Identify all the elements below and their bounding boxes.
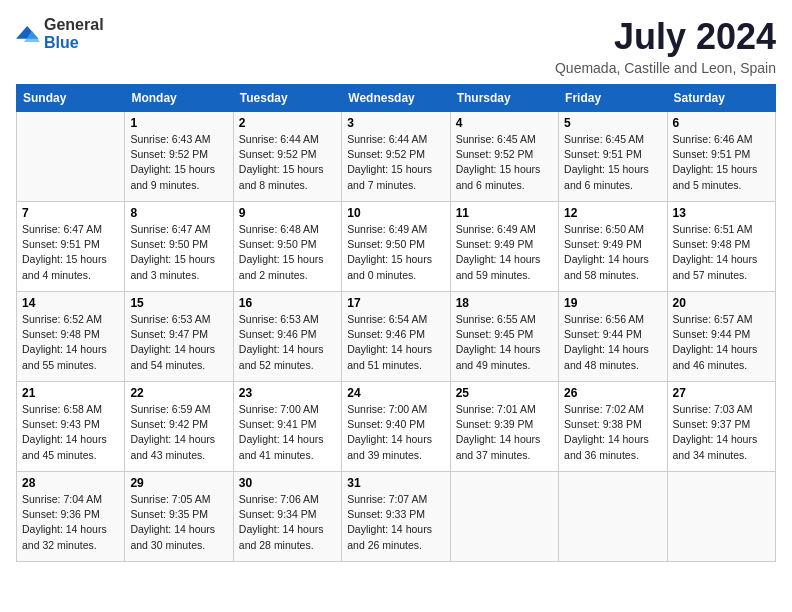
day-cell: 29Sunrise: 7:05 AMSunset: 9:35 PMDayligh… — [125, 472, 233, 562]
day-cell: 13Sunrise: 6:51 AMSunset: 9:48 PMDayligh… — [667, 202, 775, 292]
day-cell: 2Sunrise: 6:44 AMSunset: 9:52 PMDaylight… — [233, 112, 341, 202]
day-number: 11 — [456, 206, 553, 220]
day-cell: 9Sunrise: 6:48 AMSunset: 9:50 PMDaylight… — [233, 202, 341, 292]
day-cell: 11Sunrise: 6:49 AMSunset: 9:49 PMDayligh… — [450, 202, 558, 292]
day-cell: 18Sunrise: 6:55 AMSunset: 9:45 PMDayligh… — [450, 292, 558, 382]
day-info: Sunrise: 6:59 AMSunset: 9:42 PMDaylight:… — [130, 402, 227, 463]
day-cell: 22Sunrise: 6:59 AMSunset: 9:42 PMDayligh… — [125, 382, 233, 472]
title-area: July 2024 Quemada, Castille and Leon, Sp… — [555, 16, 776, 76]
day-cell: 4Sunrise: 6:45 AMSunset: 9:52 PMDaylight… — [450, 112, 558, 202]
day-number: 23 — [239, 386, 336, 400]
day-info: Sunrise: 6:44 AMSunset: 9:52 PMDaylight:… — [239, 132, 336, 193]
day-number: 8 — [130, 206, 227, 220]
day-cell — [17, 112, 125, 202]
day-info: Sunrise: 6:57 AMSunset: 9:44 PMDaylight:… — [673, 312, 770, 373]
day-info: Sunrise: 7:06 AMSunset: 9:34 PMDaylight:… — [239, 492, 336, 553]
day-number: 20 — [673, 296, 770, 310]
header-friday: Friday — [559, 85, 667, 112]
day-info: Sunrise: 6:53 AMSunset: 9:47 PMDaylight:… — [130, 312, 227, 373]
day-cell: 6Sunrise: 6:46 AMSunset: 9:51 PMDaylight… — [667, 112, 775, 202]
day-info: Sunrise: 6:46 AMSunset: 9:51 PMDaylight:… — [673, 132, 770, 193]
day-number: 21 — [22, 386, 119, 400]
header-saturday: Saturday — [667, 85, 775, 112]
day-cell: 7Sunrise: 6:47 AMSunset: 9:51 PMDaylight… — [17, 202, 125, 292]
header-monday: Monday — [125, 85, 233, 112]
day-cell: 16Sunrise: 6:53 AMSunset: 9:46 PMDayligh… — [233, 292, 341, 382]
week-row-1: 1Sunrise: 6:43 AMSunset: 9:52 PMDaylight… — [17, 112, 776, 202]
location-subtitle: Quemada, Castille and Leon, Spain — [555, 60, 776, 76]
day-info: Sunrise: 6:49 AMSunset: 9:49 PMDaylight:… — [456, 222, 553, 283]
day-cell: 1Sunrise: 6:43 AMSunset: 9:52 PMDaylight… — [125, 112, 233, 202]
day-number: 10 — [347, 206, 444, 220]
day-info: Sunrise: 6:45 AMSunset: 9:51 PMDaylight:… — [564, 132, 661, 193]
day-number: 16 — [239, 296, 336, 310]
day-number: 1 — [130, 116, 227, 130]
day-info: Sunrise: 7:03 AMSunset: 9:37 PMDaylight:… — [673, 402, 770, 463]
day-info: Sunrise: 7:01 AMSunset: 9:39 PMDaylight:… — [456, 402, 553, 463]
day-info: Sunrise: 7:00 AMSunset: 9:41 PMDaylight:… — [239, 402, 336, 463]
day-info: Sunrise: 7:02 AMSunset: 9:38 PMDaylight:… — [564, 402, 661, 463]
day-cell — [667, 472, 775, 562]
day-info: Sunrise: 6:56 AMSunset: 9:44 PMDaylight:… — [564, 312, 661, 373]
week-row-4: 21Sunrise: 6:58 AMSunset: 9:43 PMDayligh… — [17, 382, 776, 472]
day-info: Sunrise: 6:48 AMSunset: 9:50 PMDaylight:… — [239, 222, 336, 283]
day-number: 12 — [564, 206, 661, 220]
day-number: 15 — [130, 296, 227, 310]
day-info: Sunrise: 6:52 AMSunset: 9:48 PMDaylight:… — [22, 312, 119, 373]
day-number: 2 — [239, 116, 336, 130]
day-info: Sunrise: 7:05 AMSunset: 9:35 PMDaylight:… — [130, 492, 227, 553]
day-number: 13 — [673, 206, 770, 220]
day-number: 17 — [347, 296, 444, 310]
day-info: Sunrise: 6:55 AMSunset: 9:45 PMDaylight:… — [456, 312, 553, 373]
day-info: Sunrise: 6:51 AMSunset: 9:48 PMDaylight:… — [673, 222, 770, 283]
week-row-2: 7Sunrise: 6:47 AMSunset: 9:51 PMDaylight… — [17, 202, 776, 292]
day-number: 9 — [239, 206, 336, 220]
day-info: Sunrise: 6:43 AMSunset: 9:52 PMDaylight:… — [130, 132, 227, 193]
day-info: Sunrise: 6:50 AMSunset: 9:49 PMDaylight:… — [564, 222, 661, 283]
day-info: Sunrise: 7:00 AMSunset: 9:40 PMDaylight:… — [347, 402, 444, 463]
day-info: Sunrise: 6:47 AMSunset: 9:51 PMDaylight:… — [22, 222, 119, 283]
day-number: 25 — [456, 386, 553, 400]
day-info: Sunrise: 6:45 AMSunset: 9:52 PMDaylight:… — [456, 132, 553, 193]
day-cell: 5Sunrise: 6:45 AMSunset: 9:51 PMDaylight… — [559, 112, 667, 202]
day-info: Sunrise: 7:04 AMSunset: 9:36 PMDaylight:… — [22, 492, 119, 553]
day-info: Sunrise: 6:54 AMSunset: 9:46 PMDaylight:… — [347, 312, 444, 373]
day-number: 6 — [673, 116, 770, 130]
month-title: July 2024 — [555, 16, 776, 58]
header-sunday: Sunday — [17, 85, 125, 112]
day-number: 27 — [673, 386, 770, 400]
day-cell: 17Sunrise: 6:54 AMSunset: 9:46 PMDayligh… — [342, 292, 450, 382]
day-number: 28 — [22, 476, 119, 490]
day-cell: 24Sunrise: 7:00 AMSunset: 9:40 PMDayligh… — [342, 382, 450, 472]
day-cell: 12Sunrise: 6:50 AMSunset: 9:49 PMDayligh… — [559, 202, 667, 292]
week-row-3: 14Sunrise: 6:52 AMSunset: 9:48 PMDayligh… — [17, 292, 776, 382]
header-wednesday: Wednesday — [342, 85, 450, 112]
day-number: 29 — [130, 476, 227, 490]
day-number: 26 — [564, 386, 661, 400]
day-cell: 31Sunrise: 7:07 AMSunset: 9:33 PMDayligh… — [342, 472, 450, 562]
logo-icon — [16, 24, 40, 44]
day-info: Sunrise: 6:47 AMSunset: 9:50 PMDaylight:… — [130, 222, 227, 283]
day-number: 18 — [456, 296, 553, 310]
day-cell: 21Sunrise: 6:58 AMSunset: 9:43 PMDayligh… — [17, 382, 125, 472]
day-cell: 15Sunrise: 6:53 AMSunset: 9:47 PMDayligh… — [125, 292, 233, 382]
day-number: 4 — [456, 116, 553, 130]
day-cell: 8Sunrise: 6:47 AMSunset: 9:50 PMDaylight… — [125, 202, 233, 292]
header-thursday: Thursday — [450, 85, 558, 112]
day-cell — [559, 472, 667, 562]
day-number: 14 — [22, 296, 119, 310]
day-number: 5 — [564, 116, 661, 130]
day-cell: 26Sunrise: 7:02 AMSunset: 9:38 PMDayligh… — [559, 382, 667, 472]
day-info: Sunrise: 6:44 AMSunset: 9:52 PMDaylight:… — [347, 132, 444, 193]
day-cell: 10Sunrise: 6:49 AMSunset: 9:50 PMDayligh… — [342, 202, 450, 292]
logo-general: General — [44, 16, 104, 33]
logo-blue: Blue — [44, 34, 79, 51]
day-info: Sunrise: 7:07 AMSunset: 9:33 PMDaylight:… — [347, 492, 444, 553]
page-header: General Blue July 2024 Quemada, Castille… — [16, 16, 776, 76]
day-cell: 19Sunrise: 6:56 AMSunset: 9:44 PMDayligh… — [559, 292, 667, 382]
day-number: 30 — [239, 476, 336, 490]
day-info: Sunrise: 6:49 AMSunset: 9:50 PMDaylight:… — [347, 222, 444, 283]
day-number: 24 — [347, 386, 444, 400]
header-row: SundayMondayTuesdayWednesdayThursdayFrid… — [17, 85, 776, 112]
day-cell: 25Sunrise: 7:01 AMSunset: 9:39 PMDayligh… — [450, 382, 558, 472]
